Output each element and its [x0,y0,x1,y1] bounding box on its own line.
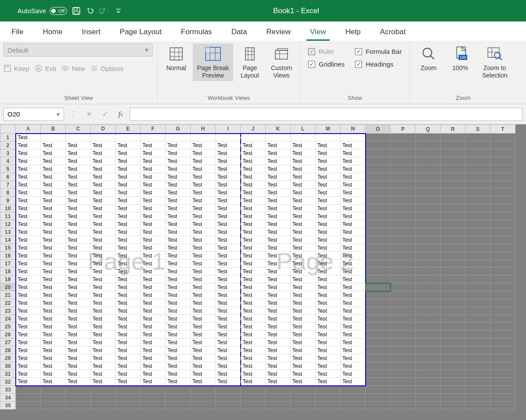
cell[interactable] [466,252,490,260]
cell[interactable]: Test [116,315,141,323]
cell[interactable]: Test [16,236,41,244]
cell[interactable] [441,268,466,275]
cell[interactable]: Test [91,346,116,354]
cell[interactable] [391,275,416,283]
cell[interactable]: Test [16,173,41,181]
cell[interactable] [416,323,441,331]
cell[interactable]: Test [216,181,241,189]
cell[interactable] [41,402,66,409]
cell[interactable] [466,236,490,244]
cell[interactable]: Test [41,283,66,291]
cell[interactable]: Test [241,228,266,236]
cell[interactable]: Test [316,181,341,189]
cell[interactable]: Test [266,141,291,149]
cell[interactable] [366,212,391,220]
cell[interactable]: Test [141,362,166,370]
cell[interactable]: Test [341,354,366,362]
cell[interactable]: Test [66,378,91,386]
cell[interactable]: Test [66,323,91,331]
cell[interactable] [366,173,391,181]
cell[interactable]: Test [91,157,116,165]
cell[interactable]: Test [41,252,66,260]
cell[interactable]: Test [41,165,66,173]
cell[interactable]: Test [291,220,316,228]
cell[interactable] [466,275,490,283]
cell[interactable]: Test [41,149,66,157]
cell[interactable] [490,173,515,181]
cell[interactable]: Test [241,149,266,157]
cell[interactable] [441,402,466,409]
exit-button[interactable]: Exit [35,64,56,72]
cell[interactable]: Test [141,228,166,236]
cell[interactable]: Test [91,236,116,244]
cell[interactable] [416,189,441,197]
cell[interactable] [441,394,466,402]
cell[interactable]: Test [41,181,66,189]
cell[interactable]: Test [316,354,341,362]
cell[interactable]: Test [266,339,291,346]
cell[interactable]: Test [291,181,316,189]
cell[interactable]: Test [116,378,141,386]
cell[interactable]: Test [166,252,191,260]
cell[interactable]: Test [141,149,166,157]
cell[interactable]: Test [166,378,191,386]
cell[interactable]: Test [116,252,141,260]
cell[interactable]: Test [216,165,241,173]
cell[interactable]: Test [316,370,341,378]
cell[interactable] [490,205,515,212]
cell[interactable]: Test [116,299,141,307]
cell[interactable]: Test [266,189,291,197]
cell[interactable] [266,402,291,409]
new-button[interactable]: New [61,64,85,72]
cell[interactable] [366,134,391,141]
cell[interactable]: Test [191,141,216,149]
cell[interactable]: Test [191,212,216,220]
cell[interactable] [466,212,490,220]
row-header[interactable]: 33 [0,386,16,394]
cell[interactable]: Test [141,141,166,149]
cell[interactable]: Test [66,331,91,339]
cell[interactable]: Test [316,236,341,244]
cell[interactable]: Test [266,268,291,275]
cell[interactable]: Test [266,197,291,205]
cell[interactable] [191,402,216,409]
cell[interactable] [316,402,341,409]
cell[interactable] [441,323,466,331]
cell[interactable]: Test [91,299,116,307]
cell[interactable] [441,291,466,299]
cell[interactable]: Test [216,149,241,157]
cell[interactable]: Test [316,346,341,354]
cell[interactable] [216,402,241,409]
cell[interactable] [366,268,391,275]
cell[interactable] [466,244,490,252]
cell[interactable] [466,134,490,141]
cell[interactable]: Test [41,228,66,236]
cell[interactable] [490,181,515,189]
cell[interactable] [366,370,391,378]
cell[interactable] [191,394,216,402]
row-header[interactable]: 28 [0,346,16,354]
cell[interactable]: Test [266,323,291,331]
cell[interactable]: Test [316,299,341,307]
cell[interactable]: Test [316,339,341,346]
cell[interactable] [391,331,416,339]
cell[interactable] [416,362,441,370]
cell[interactable] [91,394,116,402]
cell[interactable]: Test [241,315,266,323]
cancel-formula-icon[interactable]: ✕ [82,108,96,121]
cell[interactable]: Test [241,283,266,291]
cell[interactable] [490,323,515,331]
cell[interactable]: Test [216,228,241,236]
cell[interactable] [441,362,466,370]
cell[interactable]: Test [166,205,191,212]
cell[interactable]: Test [216,220,241,228]
cell[interactable] [416,283,441,291]
cell[interactable]: Test [241,260,266,268]
cell[interactable] [441,260,466,268]
cell[interactable]: Test [16,370,41,378]
cell[interactable] [490,307,515,315]
cell[interactable] [490,402,515,409]
cell[interactable] [366,386,391,394]
cell[interactable]: Test [191,378,216,386]
cell[interactable] [391,283,416,291]
